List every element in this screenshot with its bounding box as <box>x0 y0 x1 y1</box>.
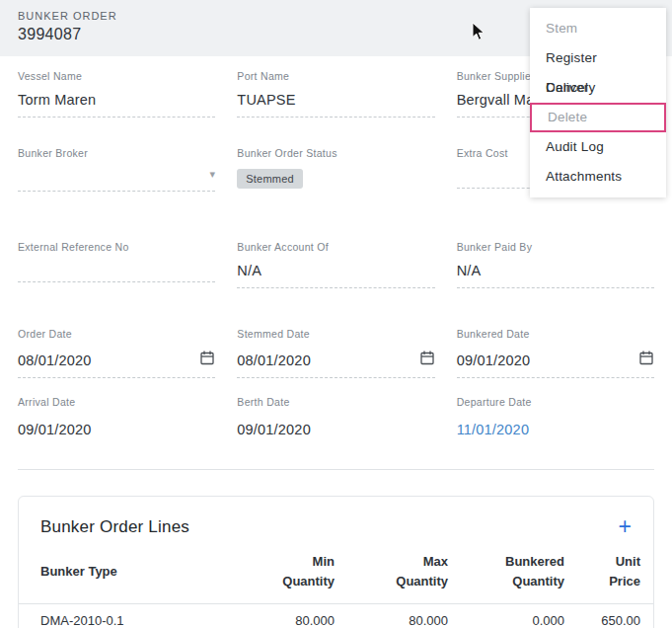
cell-unit-price: 650.00 <box>564 604 653 628</box>
context-menu: Stem Register Delivery Cancel Delete Aud… <box>530 8 666 197</box>
field-bunker-order-status: Bunker Order Status Stemmed <box>237 147 434 192</box>
arrival-date-label: Arrival Date <box>18 396 215 408</box>
cell-bunkered-quantity: 0.000 <box>448 604 564 628</box>
external-reference-no-label: External Reference No <box>18 241 215 253</box>
calendar-icon[interactable] <box>638 350 654 368</box>
bunker-order-status-value: Stemmed <box>237 169 434 189</box>
field-bunkered-date: Bunkered Date 09/01/2020 <box>457 328 654 378</box>
stemmed-date-input[interactable]: 08/01/2020 <box>237 350 434 378</box>
section-divider <box>18 469 654 470</box>
field-order-date: Order Date 08/01/2020 <box>18 328 215 378</box>
menu-item-delete[interactable]: Delete <box>530 103 666 132</box>
cell-bunker-type: DMA-2010-0.1 <box>19 604 231 628</box>
bunkered-date-input[interactable]: 09/01/2020 <box>457 350 654 378</box>
bunker-account-of-input[interactable]: N/A <box>237 263 434 288</box>
table-header-row: Bunker Type Min Quantity Max Quantity Bu… <box>19 544 653 604</box>
field-berth-date: Berth Date 09/01/2020 <box>237 396 434 437</box>
order-date-input[interactable]: 08/01/2020 <box>18 350 215 378</box>
port-name-label: Port Name <box>237 70 434 82</box>
column-header-unit-price: Unit Price <box>564 544 653 604</box>
field-stemmed-date: Stemmed Date 08/01/2020 <box>237 328 434 378</box>
bunker-paid-by-label: Bunker Paid By <box>457 241 654 253</box>
bunker-broker-label: Bunker Broker <box>18 147 215 159</box>
add-line-button[interactable]: + <box>617 515 634 538</box>
departure-date-link[interactable]: 11/01/2020 <box>457 418 654 437</box>
menu-item-stem[interactable]: Stem <box>530 14 666 43</box>
order-date-label: Order Date <box>18 328 215 340</box>
column-header-bunker-type: Bunker Type <box>19 544 231 604</box>
calendar-icon[interactable] <box>419 350 435 368</box>
arrival-date-value: 09/01/2020 <box>18 418 215 437</box>
column-header-max-quantity: Max Quantity <box>335 544 448 604</box>
port-name-input[interactable]: TUAPSE <box>237 92 434 118</box>
cell-max-quantity: 80.000 <box>335 604 448 628</box>
bunkered-date-label: Bunkered Date <box>457 328 654 340</box>
calendar-icon[interactable] <box>199 350 215 368</box>
bunker-account-of-label: Bunker Account Of <box>237 241 434 253</box>
menu-item-register-delivery[interactable]: Register Delivery <box>530 43 666 73</box>
field-port-name: Port Name TUAPSE <box>237 70 434 118</box>
vessel-name-input[interactable]: Torm Maren <box>18 92 215 118</box>
field-arrival-date: Arrival Date 09/01/2020 <box>18 396 215 437</box>
chevron-down-icon[interactable]: ▾ <box>210 169 216 182</box>
field-external-reference-no: External Reference No <box>18 241 215 288</box>
field-bunker-account-of: Bunker Account Of N/A <box>237 241 434 288</box>
bunker-paid-by-input[interactable]: N/A <box>457 263 654 288</box>
berth-date-value: 09/01/2020 <box>237 418 434 437</box>
order-lines-table: Bunker Type Min Quantity Max Quantity Bu… <box>19 544 653 628</box>
menu-item-attachments[interactable]: Attachments <box>530 162 666 192</box>
menu-item-audit-log[interactable]: Audit Log <box>530 132 666 162</box>
field-departure-date: Departure Date 11/01/2020 <box>457 396 654 437</box>
bunker-order-lines-card: Bunker Order Lines + Bunker Type Min Qua… <box>18 496 654 628</box>
bunker-order-status-label: Bunker Order Status <box>237 147 434 159</box>
stemmed-date-label: Stemmed Date <box>237 328 434 340</box>
bunker-broker-select[interactable]: ▾ <box>18 169 215 192</box>
berth-date-label: Berth Date <box>237 396 434 408</box>
external-reference-no-input[interactable] <box>18 263 215 282</box>
cell-min-quantity: 80.000 <box>231 604 335 628</box>
column-header-bunkered-quantity: Bunkered Quantity <box>448 544 564 604</box>
field-bunker-broker: Bunker Broker ▾ <box>18 147 215 192</box>
card-title: Bunker Order Lines <box>40 517 189 537</box>
departure-date-label: Departure Date <box>457 396 654 408</box>
table-row[interactable]: DMA-2010-0.1 80.000 80.000 0.000 650.00 <box>19 604 653 628</box>
status-badge: Stemmed <box>237 169 302 189</box>
field-bunker-paid-by: Bunker Paid By N/A <box>457 241 654 288</box>
column-header-min-quantity: Min Quantity <box>231 544 335 604</box>
field-vessel-name: Vessel Name Torm Maren <box>18 70 215 118</box>
vessel-name-label: Vessel Name <box>18 70 215 82</box>
menu-item-cancel[interactable]: Cancel <box>530 73 666 103</box>
